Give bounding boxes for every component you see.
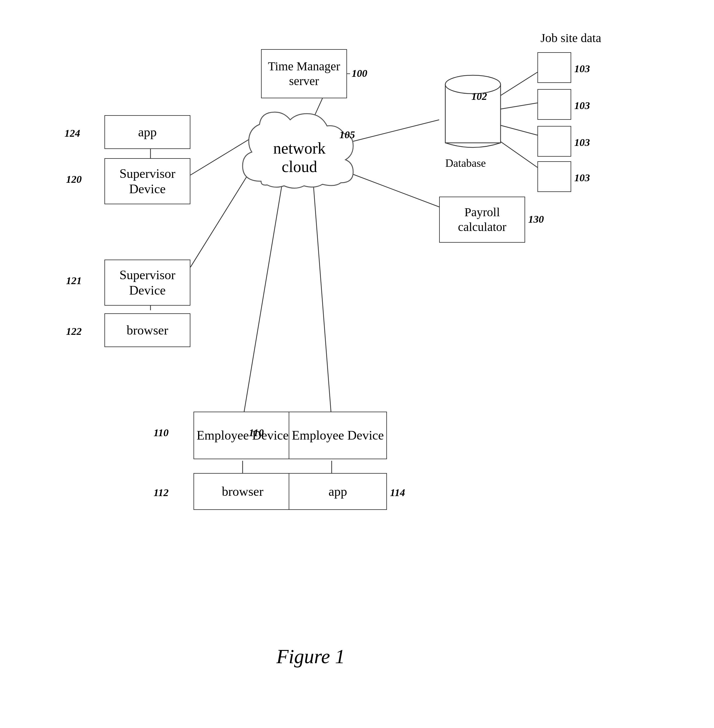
employee-left-box: Employee Device <box>194 411 292 459</box>
cloud: network cloud <box>230 104 369 201</box>
db-item-3 <box>537 126 571 157</box>
svg-line-8 <box>313 183 332 421</box>
ref-103-3: 103 <box>574 137 590 149</box>
ref-110-right: 110 <box>249 427 264 439</box>
employee-right-label: Employee Device <box>292 428 384 443</box>
supervisor-120-app-box: app <box>104 115 190 149</box>
diagram: Time Manager server 100 network cloud 10… <box>0 0 714 728</box>
ref-114: 114 <box>390 487 405 498</box>
svg-line-7 <box>243 181 282 421</box>
employee-left-browser-box: browser <box>194 473 292 510</box>
svg-text:cloud: cloud <box>282 158 317 176</box>
employee-right-app-box: app <box>289 473 387 510</box>
time-manager-server-box: Time Manager server <box>261 49 347 98</box>
db-item-2 <box>537 89 571 120</box>
cloud-svg: network cloud <box>230 104 369 200</box>
supervisor-121-browser-label: browser <box>126 323 168 338</box>
database-svg <box>442 71 504 157</box>
employee-right-app-label: app <box>328 484 347 499</box>
ref-130: 130 <box>528 213 544 225</box>
svg-text:network: network <box>273 140 326 157</box>
supervisor-121-browser-box: browser <box>104 313 190 347</box>
ref-124: 124 <box>64 128 80 139</box>
supervisor-121-label: Supervisor Device <box>105 267 190 298</box>
ref-110-left: 110 <box>153 427 169 439</box>
ref-120: 120 <box>66 174 82 185</box>
employee-right-box: Employee Device <box>289 411 387 459</box>
ref-121: 121 <box>66 275 82 287</box>
supervisor-120-label: Supervisor Device <box>105 166 190 197</box>
ref-105: 105 <box>339 129 355 141</box>
database <box>442 71 504 158</box>
ref-102: 102 <box>471 91 487 102</box>
ref-122: 122 <box>66 326 82 337</box>
supervisor-120-app-label: app <box>138 125 157 140</box>
supervisor-121-box: Supervisor Device <box>104 260 190 306</box>
jobsite-data-label: Job site data <box>540 31 601 45</box>
ref-103-2: 103 <box>574 100 590 111</box>
ref-103-4: 103 <box>574 172 590 184</box>
ref-100: 100 <box>352 68 367 79</box>
employee-left-label: Employee Device <box>196 428 289 443</box>
db-item-4 <box>537 161 571 192</box>
db-item-1 <box>537 52 571 83</box>
payroll-calculator-box: Payroll calculator <box>439 197 525 243</box>
ref-112: 112 <box>153 487 169 498</box>
time-manager-label: Time Manager server <box>262 59 346 89</box>
employee-left-browser-label: browser <box>222 484 263 499</box>
supervisor-120-box: Supervisor Device <box>104 158 190 204</box>
ref-103-1: 103 <box>574 63 590 75</box>
database-label: Database <box>445 157 486 170</box>
figure-title: Figure 1 <box>276 645 345 668</box>
payroll-label: Payroll calculator <box>440 205 525 234</box>
